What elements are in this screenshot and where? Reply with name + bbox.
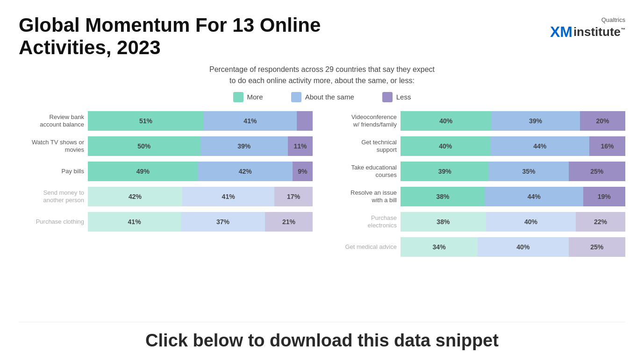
bar-segment-less: 19%: [583, 187, 625, 206]
bar-segment-less: 17%: [274, 187, 313, 206]
bar-label: Get technicalsupport: [331, 139, 397, 153]
bar-segment-less: 9%: [293, 162, 313, 181]
bar-segment-more: 40%: [401, 111, 491, 131]
bar-label: Get medical advice: [331, 243, 397, 251]
logo-xm-text: XM: [550, 23, 572, 41]
legend-same: About the same: [291, 92, 354, 102]
legend-less-color: [382, 92, 393, 102]
bar-segment-more: 49%: [88, 162, 198, 181]
bar-segment-more: 40%: [401, 136, 490, 156]
bar-track: 50%39%11%: [88, 136, 313, 156]
bar-segment-more: 38%: [401, 187, 485, 206]
bar-segment-more: 42%: [88, 187, 182, 206]
logo: Qualtrics XM institute™: [550, 14, 625, 41]
bar-row: Watch TV shows ormovies50%39%11%: [19, 135, 313, 157]
bar-track: 49%42%9%: [88, 162, 313, 181]
legend-more-label: More: [247, 93, 263, 101]
left-chart: Review bankaccount balance51%41%Watch TV…: [19, 110, 313, 318]
bar-segment-same: 44%: [485, 187, 583, 206]
bar-track: 38%40%22%: [401, 212, 625, 232]
bar-row: Resolve an issuewith a bill38%44%19%: [331, 185, 625, 208]
bar-segment-same: 39%: [200, 136, 288, 156]
header: Global Momentum For 13 Online Activities…: [19, 14, 625, 59]
right-chart: Videoconferencew/ friends/family40%39%20…: [331, 110, 625, 318]
bar-segment-more: 51%: [88, 111, 204, 131]
bar-segment-same: 41%: [204, 111, 297, 131]
bar-track: 40%39%20%: [401, 111, 625, 131]
bar-label: Take educationalcourses: [331, 164, 397, 178]
bar-track: 34%40%25%: [401, 237, 625, 257]
bar-segment-less: 22%: [576, 212, 625, 232]
logo-qualtrics: Qualtrics: [601, 16, 625, 23]
bar-track: 51%41%: [88, 111, 313, 131]
bar-track: 40%44%16%: [401, 136, 625, 156]
bar-segment-less: 11%: [288, 136, 313, 156]
bar-segment-same: 35%: [489, 162, 568, 181]
bar-segment-less: 21%: [265, 212, 313, 232]
chart-area: Review bankaccount balance51%41%Watch TV…: [19, 110, 625, 318]
bar-segment-same: 37%: [181, 212, 265, 232]
main-title: Global Momentum For 13 Online Activities…: [19, 14, 346, 59]
logo-xm-row: XM institute™: [550, 23, 625, 41]
bar-segment-more: 41%: [88, 212, 181, 232]
bar-segment-same: 42%: [198, 162, 293, 181]
bar-segment-same: 40%: [478, 237, 568, 257]
legend: More About the same Less: [19, 92, 625, 102]
bar-label: Watch TV shows ormovies: [19, 139, 84, 153]
bar-segment-less: 25%: [569, 237, 625, 257]
bar-row: Get technicalsupport40%44%16%: [331, 135, 625, 157]
legend-more: More: [233, 92, 263, 102]
bar-track: 41%37%21%: [88, 212, 313, 232]
bar-segment-same: 41%: [182, 187, 274, 206]
bar-segment-less: [297, 111, 313, 131]
bar-row: Take educationalcourses39%35%25%: [331, 160, 625, 183]
subtitle: Percentage of respondents across 29 coun…: [19, 64, 625, 86]
bar-label: Videoconferencew/ friends/family: [331, 113, 397, 128]
bar-segment-same: 39%: [491, 111, 580, 131]
bar-track: 42%41%17%: [88, 187, 313, 206]
bar-segment-less: 16%: [589, 136, 625, 156]
bar-row: Videoconferencew/ friends/family40%39%20…: [331, 110, 625, 132]
bar-segment-less: 25%: [569, 162, 625, 181]
logo-institute: institute™: [573, 25, 625, 39]
bar-row: Get medical advice34%40%25%: [331, 236, 625, 258]
bar-track: 39%35%25%: [401, 162, 625, 181]
bar-row: Send money toanother person42%41%17%: [19, 185, 313, 208]
page-container: Global Momentum For 13 Online Activities…: [0, 0, 644, 360]
bar-segment-same: 40%: [486, 212, 576, 232]
legend-less-label: Less: [396, 93, 411, 101]
bar-label: Review bankaccount balance: [19, 113, 84, 128]
bar-segment-same: 44%: [490, 136, 589, 156]
bar-segment-more: 39%: [401, 162, 489, 181]
bar-segment-more: 50%: [88, 136, 200, 156]
legend-same-color: [291, 92, 301, 102]
legend-same-label: About the same: [305, 93, 354, 101]
bar-label: Send money toanother person: [19, 189, 84, 204]
bar-row: Review bankaccount balance51%41%: [19, 110, 313, 132]
legend-more-color: [233, 92, 243, 102]
bar-track: 38%44%19%: [401, 187, 625, 206]
bar-row: Pay bills49%42%9%: [19, 160, 313, 183]
bar-segment-more: 34%: [401, 237, 478, 257]
bar-label: Purchaseelectronics: [331, 214, 397, 229]
bar-label: Resolve an issuewith a bill: [331, 189, 397, 204]
bar-label: Pay bills: [19, 168, 84, 175]
bar-label: Purchase clothing: [19, 218, 84, 226]
bar-row: Purchase clothing41%37%21%: [19, 211, 313, 233]
bar-row: Purchaseelectronics38%40%22%: [331, 211, 625, 233]
bar-segment-more: 38%: [401, 212, 486, 232]
bar-segment-less: 20%: [580, 111, 625, 131]
cta[interactable]: Click below to download this data snippe…: [19, 322, 625, 351]
legend-less: Less: [382, 92, 411, 102]
